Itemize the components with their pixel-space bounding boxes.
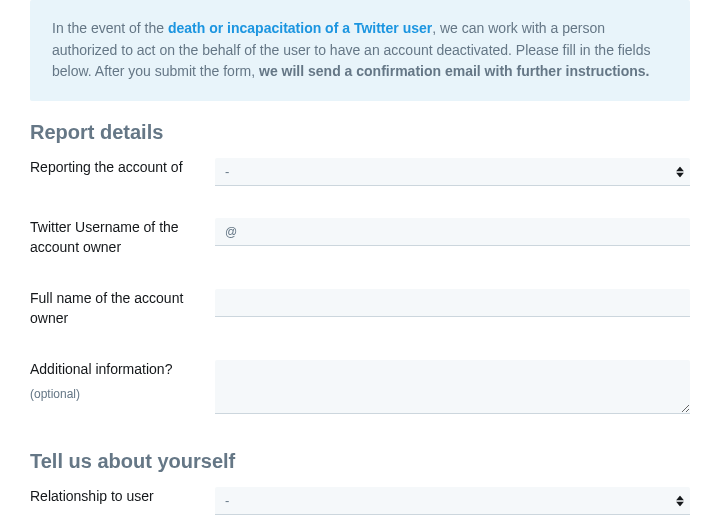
notice-pre: In the event of the — [52, 20, 168, 36]
section-title-report-details: Report details — [30, 121, 690, 144]
additional-info-textarea[interactable] — [215, 360, 690, 414]
username-input[interactable] — [215, 218, 690, 246]
field-reporting-account: Reporting the account of - — [30, 158, 690, 186]
label-additional-info: Additional information? (optional) — [30, 360, 215, 402]
select-relationship[interactable]: - — [215, 487, 690, 515]
label-username: Twitter Username of the account owner — [30, 218, 215, 257]
page-root: In the event of the death or incapacitat… — [0, 0, 720, 529]
label-relationship: Relationship to user — [30, 487, 215, 507]
info-notice: In the event of the death or incapacitat… — [30, 0, 690, 101]
field-relationship: Relationship to user - — [30, 487, 690, 515]
account-fullname-input[interactable] — [215, 289, 690, 317]
label-account-fullname: Full name of the account owner — [30, 289, 215, 328]
select-reporting-account[interactable]: - — [215, 158, 690, 186]
select-reporting-account-value: - — [215, 158, 690, 186]
field-account-fullname: Full name of the account owner — [30, 289, 690, 328]
notice-bold: we will send a confirmation email with f… — [259, 63, 650, 79]
section-title-about-yourself: Tell us about yourself — [30, 450, 690, 473]
field-username: Twitter Username of the account owner @ — [30, 218, 690, 257]
label-additional-info-text: Additional information? — [30, 361, 172, 377]
label-reporting-account: Reporting the account of — [30, 158, 215, 178]
notice-link[interactable]: death or incapacitation of a Twitter use… — [168, 20, 432, 36]
select-relationship-value: - — [215, 487, 690, 515]
label-additional-info-optional: (optional) — [30, 386, 205, 403]
field-additional-info: Additional information? (optional) — [30, 360, 690, 418]
